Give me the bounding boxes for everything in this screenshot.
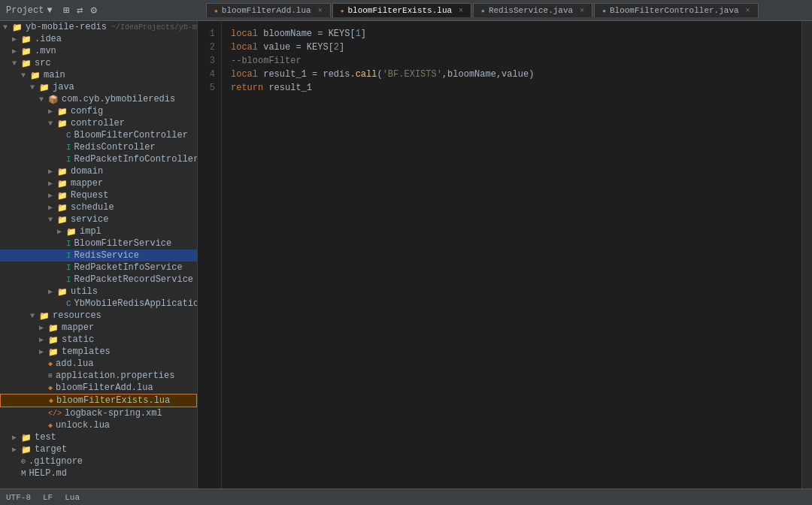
tab-label-bloomFilterController: BloomFilterController.java bbox=[610, 6, 739, 15]
layout-icon[interactable]: ⊞ bbox=[63, 4, 69, 17]
package-icon: 📦 bbox=[48, 95, 59, 104]
tab-bloomFilterController[interactable]: ● BloomFilterController.java × bbox=[594, 3, 758, 17]
tree-arrow: ▶ bbox=[39, 323, 48, 332]
tree-item-gitignore[interactable]: ⊙ .gitignore bbox=[0, 455, 197, 467]
tree-item-unlock-lua[interactable]: ◆ unlock.lua bbox=[0, 419, 197, 431]
folder-icon: 📁 bbox=[21, 35, 32, 44]
tree-item-main[interactable]: ▼ 📁 main bbox=[0, 69, 197, 81]
folder-icon: 📁 bbox=[21, 59, 32, 68]
item-label: src bbox=[35, 58, 51, 68]
title-bar-left: Project ▼ ⊞ ⇄ ⚙ bbox=[6, 4, 206, 17]
xml-icon: </> bbox=[48, 410, 62, 418]
tree-arrow bbox=[12, 470, 21, 478]
tab-bloomFilterAdd[interactable]: ● bloomFilterAdd.lua × bbox=[206, 3, 331, 17]
folder-icon: 📁 bbox=[57, 167, 68, 177]
item-label: impl bbox=[80, 226, 102, 237]
tree-arrow: ▶ bbox=[48, 287, 57, 296]
tree-arrow bbox=[39, 422, 48, 430]
item-label: java bbox=[53, 82, 74, 92]
tree-item-resources[interactable]: ▼ 📁 resources bbox=[0, 310, 197, 322]
tab-label-bloomFilterAdd: bloomFilterAdd.lua bbox=[222, 6, 311, 15]
item-label: bloomFilterExists.lua bbox=[56, 395, 170, 406]
tab-close-bloomFilterController[interactable]: × bbox=[746, 7, 750, 15]
tree-item-mapper[interactable]: ▶ 📁 mapper bbox=[0, 177, 197, 189]
tree-root[interactable]: ▼ 📁 yb-mobile-redis ~/IdeaProjects/yb-mo… bbox=[0, 21, 197, 33]
code-editor[interactable]: local bloomName = KEYS[1] local value = … bbox=[222, 21, 801, 488]
tree-item-controller[interactable]: ▼ 📁 controller bbox=[0, 117, 197, 129]
tree-item-domain[interactable]: ▶ 📁 domain bbox=[0, 165, 197, 177]
tree-item-Request[interactable]: ▶ 📁 Request bbox=[0, 189, 197, 201]
tree-arrow bbox=[57, 132, 66, 140]
tree-item-BloomFilterService[interactable]: I BloomFilterService bbox=[0, 237, 197, 249]
lua-icon: ◆ bbox=[49, 396, 53, 405]
tab-bloomFilterExists[interactable]: ● bloomFilterExists.lua × bbox=[332, 3, 471, 17]
tree-arrow: ▶ bbox=[12, 445, 21, 454]
tree-arrow: ▶ bbox=[57, 227, 66, 236]
item-label: RedPacketRecordService bbox=[74, 274, 193, 285]
tree-item-RedPacketInfoService[interactable]: I RedPacketInfoService bbox=[0, 262, 197, 274]
tree-item-help-md[interactable]: M HELP.md bbox=[0, 467, 197, 479]
tree-item-package[interactable]: ▼ 📦 com.cyb.ybmobileredis bbox=[0, 93, 197, 105]
tab-redisService[interactable]: ● RedisService.java × bbox=[473, 3, 592, 17]
tree-item-RedisController[interactable]: I RedisController bbox=[0, 141, 197, 153]
props-icon: ≡ bbox=[48, 372, 53, 380]
settings-icon[interactable]: ⚙ bbox=[91, 4, 97, 17]
tree-arrow bbox=[40, 397, 49, 405]
tree-item-static[interactable]: ▶ 📁 static bbox=[0, 334, 197, 346]
project-menu[interactable]: Project ▼ bbox=[6, 5, 53, 16]
tree-item-src[interactable]: ▼ 📁 src bbox=[0, 57, 197, 69]
tab-close-bloomFilterAdd[interactable]: × bbox=[318, 7, 323, 15]
folder-icon: 📁 bbox=[57, 287, 68, 297]
tree-item-RedPacketInfoController[interactable]: I RedPacketInfoController bbox=[0, 153, 197, 165]
tree-item-utils[interactable]: ▶ 📁 utils bbox=[0, 286, 197, 298]
tree-item-target[interactable]: ▶ 📁 target bbox=[0, 443, 197, 455]
tree-arrow bbox=[57, 240, 66, 248]
editor-tabs: ● bloomFilterAdd.lua × ● bloomFilterExis… bbox=[206, 3, 806, 17]
tree-item-bloomFilterAdd-lua[interactable]: ◆ bloomFilterAdd.lua bbox=[0, 382, 197, 394]
tree-item-config[interactable]: ▶ 📁 config bbox=[0, 105, 197, 117]
tree-item-java[interactable]: ▼ 📁 java bbox=[0, 81, 197, 93]
tree-item-application-properties[interactable]: ≡ application.properties bbox=[0, 370, 197, 382]
item-label: utils bbox=[71, 286, 98, 297]
tree-item-templates[interactable]: ▶ 📁 templates bbox=[0, 346, 197, 358]
item-label: .idea bbox=[35, 34, 62, 44]
item-label: test bbox=[35, 432, 56, 443]
tree-item-service[interactable]: ▼ 📁 service bbox=[0, 213, 197, 225]
root-label: yb-mobile-redis bbox=[26, 22, 107, 32]
tree-item-logback[interactable]: </> logback-spring.xml bbox=[0, 407, 197, 419]
lua-icon: ◆ bbox=[48, 421, 53, 430]
tree-item-idea[interactable]: ▶ 📁 .idea bbox=[0, 33, 197, 45]
tree-item-mapper2[interactable]: ▶ 📁 mapper bbox=[0, 322, 197, 334]
tree-item-YbMobileRedisApplication[interactable]: C YbMobileRedisApplication bbox=[0, 298, 197, 310]
tree-item-bloomFilterExists-lua[interactable]: ◆ bloomFilterExists.lua bbox=[0, 394, 197, 407]
tree-item-RedisService[interactable]: I RedisService bbox=[0, 249, 197, 262]
tree-item-BloomFilterController[interactable]: C BloomFilterController bbox=[0, 129, 197, 141]
item-label: RedisController bbox=[74, 142, 156, 153]
tree-item-add-lua[interactable]: ◆ add.lua bbox=[0, 358, 197, 370]
tab-close-bloomFilterExists[interactable]: × bbox=[459, 7, 463, 15]
item-label: logback-spring.xml bbox=[65, 408, 162, 419]
item-label: YbMobileRedisApplication bbox=[74, 298, 197, 309]
folder-icon: 📁 bbox=[21, 433, 32, 443]
tree-arrow bbox=[39, 360, 48, 368]
tree-item-test[interactable]: ▶ 📁 test bbox=[0, 431, 197, 443]
item-label: service bbox=[71, 214, 108, 225]
folder-icon: 📁 bbox=[57, 119, 68, 129]
tab-close-redisService[interactable]: × bbox=[580, 7, 584, 15]
sync-icon[interactable]: ⇄ bbox=[77, 4, 83, 17]
tree-arrow: ▶ bbox=[39, 347, 48, 356]
tree-arrow: ▶ bbox=[48, 107, 57, 116]
item-label: target bbox=[35, 444, 67, 455]
tree-item-mvn[interactable]: ▶ 📁 .mvn bbox=[0, 45, 197, 57]
tree-arrow bbox=[39, 410, 48, 418]
tree-item-impl[interactable]: ▶ 📁 impl bbox=[0, 225, 197, 237]
tree-arrow: ▶ bbox=[48, 191, 57, 200]
tree-item-schedule[interactable]: ▶ 📁 schedule bbox=[0, 201, 197, 213]
tree-arrow bbox=[57, 300, 66, 308]
tree-arrow: ▶ bbox=[39, 335, 48, 344]
tab-label-redisService: RedisService.java bbox=[489, 6, 573, 15]
project-tree[interactable]: ▼ 📁 yb-mobile-redis ~/IdeaProjects/yb-mo… bbox=[0, 21, 198, 488]
item-label: controller bbox=[71, 118, 125, 129]
tree-arrow: ▼ bbox=[21, 71, 30, 80]
tree-item-RedPacketRecordService[interactable]: I RedPacketRecordService bbox=[0, 274, 197, 286]
